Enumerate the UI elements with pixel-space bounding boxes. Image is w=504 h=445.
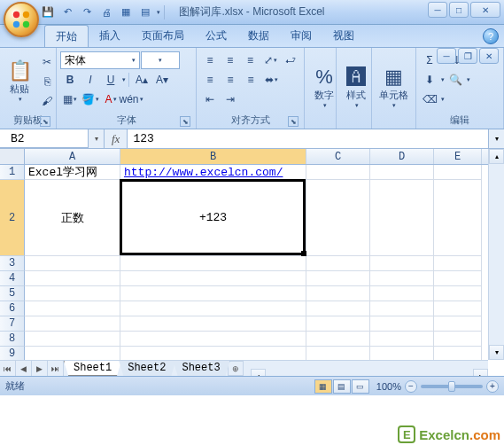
cells-container[interactable]: Excel学习网http://www.excelcn.com/正数+123 bbox=[25, 165, 488, 360]
redo-button[interactable]: ↷ bbox=[78, 4, 96, 21]
column-header[interactable]: E bbox=[434, 149, 482, 164]
align-center-button[interactable]: ≡ bbox=[221, 71, 240, 89]
dialog-launcher-icon[interactable]: ⬊ bbox=[288, 116, 299, 127]
formula-expand-button[interactable]: ▾ bbox=[488, 129, 504, 148]
cell[interactable] bbox=[120, 256, 306, 271]
normal-view-button[interactable]: ▦ bbox=[314, 379, 332, 394]
cell[interactable] bbox=[306, 165, 370, 180]
increase-indent-button[interactable]: ⇥ bbox=[221, 90, 240, 108]
column-header[interactable]: B bbox=[120, 149, 306, 164]
cell[interactable] bbox=[306, 316, 370, 332]
cell[interactable] bbox=[25, 286, 120, 301]
zoom-slider[interactable] bbox=[421, 385, 483, 388]
cell[interactable] bbox=[120, 286, 306, 301]
row-header[interactable]: 5 bbox=[0, 286, 25, 301]
mdi-minimize-button[interactable]: ─ bbox=[437, 48, 456, 64]
zoom-in-button[interactable]: + bbox=[486, 380, 499, 393]
sheet-first-button[interactable]: ⏮ bbox=[0, 361, 16, 376]
vertical-scrollbar[interactable]: ▴ ▾ bbox=[488, 149, 504, 360]
scroll-left-button[interactable]: ◂ bbox=[251, 369, 266, 377]
mdi-close-button[interactable]: ✕ bbox=[479, 48, 499, 64]
paste-button[interactable]: 📋 粘贴 ▾ bbox=[4, 50, 35, 112]
cell[interactable] bbox=[120, 332, 306, 347]
page-layout-view-button[interactable]: ▤ bbox=[333, 379, 351, 394]
cell[interactable] bbox=[370, 271, 434, 286]
cell[interactable] bbox=[434, 256, 482, 271]
sheet-next-button[interactable]: ▶ bbox=[32, 361, 48, 376]
cell[interactable] bbox=[370, 301, 434, 316]
formula-input[interactable]: 123 bbox=[127, 129, 488, 148]
row-header[interactable]: 1 bbox=[0, 165, 25, 180]
cell[interactable] bbox=[370, 332, 434, 347]
align-middle-button[interactable]: ≡ bbox=[221, 51, 240, 69]
align-bottom-button[interactable]: ≡ bbox=[241, 51, 260, 69]
sheet-last-button[interactable]: ⏭ bbox=[48, 361, 64, 376]
row-header[interactable]: 8 bbox=[0, 332, 25, 347]
scroll-up-button[interactable]: ▴ bbox=[489, 149, 504, 164]
row-header[interactable]: 6 bbox=[0, 301, 25, 316]
qat-open-button[interactable]: ▤ bbox=[136, 4, 154, 21]
column-header[interactable]: C bbox=[306, 149, 370, 164]
font-color-button[interactable]: A▾ bbox=[101, 90, 120, 108]
cell[interactable] bbox=[434, 286, 482, 301]
cell[interactable] bbox=[306, 286, 370, 301]
orientation-button[interactable]: ⤢▾ bbox=[260, 51, 280, 69]
merge-button[interactable]: ⬌▾ bbox=[261, 71, 281, 89]
cell-value[interactable]: +123 bbox=[120, 180, 306, 256]
qat-customize-icon[interactable]: ▾ bbox=[157, 9, 160, 16]
cut-button[interactable]: ✂ bbox=[37, 53, 57, 71]
grow-font-button[interactable]: A▴ bbox=[132, 71, 151, 89]
phonetic-button[interactable]: wén▾ bbox=[121, 90, 141, 108]
name-box[interactable]: B2 bbox=[0, 129, 89, 148]
shrink-font-button[interactable]: A▾ bbox=[152, 71, 172, 89]
scroll-right-button[interactable]: ▸ bbox=[473, 369, 488, 377]
minimize-button[interactable]: ─ bbox=[428, 2, 447, 18]
cell[interactable] bbox=[306, 301, 370, 316]
sheet-tab[interactable]: Sheet1 bbox=[64, 361, 121, 376]
cell[interactable] bbox=[25, 332, 120, 347]
decrease-indent-button[interactable]: ⇤ bbox=[200, 90, 220, 108]
row-header[interactable]: 4 bbox=[0, 271, 25, 286]
column-header[interactable]: A bbox=[25, 149, 120, 164]
cell-value[interactable]: http://www.excelcn.com/ bbox=[120, 165, 306, 180]
cell[interactable] bbox=[306, 256, 370, 271]
sheet-prev-button[interactable]: ◀ bbox=[16, 361, 32, 376]
cell[interactable] bbox=[120, 316, 306, 332]
fill-button[interactable]: ⬇ bbox=[420, 71, 439, 89]
wrap-text-button[interactable]: ⮐ bbox=[281, 51, 300, 69]
name-box-dropdown[interactable]: ▾ bbox=[89, 129, 105, 148]
cell[interactable] bbox=[306, 271, 370, 286]
underline-button[interactable]: U bbox=[101, 71, 120, 89]
close-button[interactable]: ✕ bbox=[470, 2, 500, 18]
cell[interactable] bbox=[306, 332, 370, 347]
copy-button[interactable]: ⎘ bbox=[37, 73, 57, 90]
column-header[interactable]: D bbox=[370, 149, 434, 164]
tab-页面布局[interactable]: 页面布局 bbox=[131, 25, 195, 47]
italic-button[interactable]: I bbox=[81, 71, 100, 89]
new-sheet-button[interactable]: ⊕ bbox=[228, 361, 244, 376]
help-button[interactable]: ? bbox=[483, 28, 499, 44]
borders-button[interactable]: ▦▾ bbox=[60, 90, 80, 108]
styles-button[interactable]: 🅰样式▾ bbox=[340, 50, 372, 125]
cell[interactable] bbox=[434, 301, 482, 316]
tab-视图[interactable]: 视图 bbox=[322, 25, 365, 47]
cell[interactable] bbox=[434, 165, 482, 180]
number-format-button[interactable]: %数字▾ bbox=[308, 50, 340, 125]
select-all-button[interactable] bbox=[0, 149, 25, 165]
cell[interactable] bbox=[25, 316, 120, 332]
sheet-tab[interactable]: Sheet2 bbox=[119, 361, 175, 376]
bold-button[interactable]: B bbox=[60, 71, 80, 89]
dialog-launcher-icon[interactable]: ⬊ bbox=[40, 116, 50, 127]
row-header[interactable]: 7 bbox=[0, 316, 25, 332]
zoom-out-button[interactable]: − bbox=[405, 380, 417, 393]
row-header[interactable]: 2 bbox=[0, 180, 25, 256]
save-button[interactable]: 💾 bbox=[39, 4, 57, 21]
fill-color-button[interactable]: 🪣▾ bbox=[81, 90, 100, 108]
cell[interactable] bbox=[434, 271, 482, 286]
tab-插入[interactable]: 插入 bbox=[89, 25, 131, 47]
cell[interactable] bbox=[25, 271, 120, 286]
cell[interactable] bbox=[370, 256, 434, 271]
font-size-combo[interactable]: ▾ bbox=[141, 51, 180, 69]
format-painter-button[interactable]: 🖌 bbox=[37, 92, 57, 110]
cells-button[interactable]: ▦单元格▾ bbox=[376, 50, 412, 125]
